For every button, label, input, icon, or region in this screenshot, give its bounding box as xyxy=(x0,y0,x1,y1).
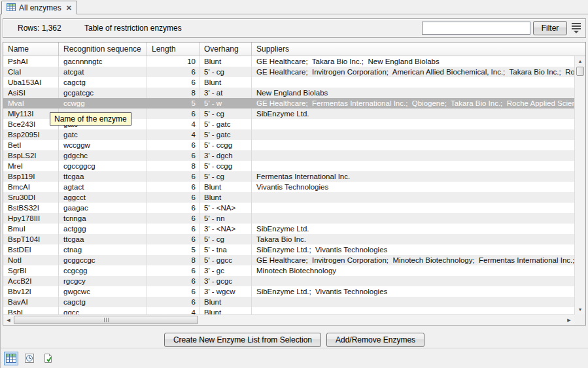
cell-seq: gcggccgc xyxy=(59,255,147,265)
cell-name: Bsp2095I xyxy=(3,129,59,140)
filter-options-icon[interactable] xyxy=(570,23,582,33)
cell-length: 6 xyxy=(147,286,199,297)
table-row[interactable]: AccB2Irgcgcy63' - gcgc xyxy=(3,276,574,286)
filter-button[interactable]: Filter xyxy=(533,21,567,35)
cell-seq: gwgcwc xyxy=(59,286,147,297)
table-row[interactable]: BspLS2Igdgchc63' - dgch xyxy=(3,150,574,161)
table-row[interactable]: BetIwccggw65' - ccgg xyxy=(3,140,574,150)
table-row[interactable]: Bsp119Ittcgaa65' - cgFermentas Internati… xyxy=(3,171,574,182)
table-row[interactable]: ClaIatcgat65' - cgGE Healthcare; Invitro… xyxy=(3,67,574,77)
table-row[interactable]: BmcAIagtact6BluntVivantis Technologies xyxy=(3,182,574,192)
table-row[interactable]: BavAIcagctg6Blunt xyxy=(3,297,574,307)
cell-name: BspT104I xyxy=(3,234,59,244)
cell-length: 4 xyxy=(147,307,199,314)
cell-name: SgrBI xyxy=(3,265,59,276)
cell-suppliers: Vivantis Technologies xyxy=(252,182,574,192)
rows-count-label: Rows: 1,362 xyxy=(18,24,61,33)
create-enzyme-list-button[interactable]: Create New Enzyme List from Selection xyxy=(164,333,321,347)
table-row[interactable]: Hpy178IIItcnnga65' - nn xyxy=(3,213,574,224)
cell-length: 6 xyxy=(147,265,199,276)
scroll-up-icon[interactable]: ▲ xyxy=(576,56,585,66)
column-header-name[interactable]: Name xyxy=(3,42,59,56)
cell-suppliers xyxy=(252,276,574,286)
cell-name: PshAI xyxy=(3,56,59,67)
filter-search-input[interactable] xyxy=(422,22,530,35)
add-remove-enzymes-button[interactable]: Add/Remove Enzymes xyxy=(326,333,424,347)
table-row[interactable]: Bbv12Igwgcwc63' - wgcwSibEnzyme Ltd.; Vi… xyxy=(3,286,574,297)
cell-seq: gacnnnngtc xyxy=(59,56,147,67)
cell-seq: ttcgaa xyxy=(59,171,147,182)
cell-suppliers xyxy=(252,150,574,161)
cell-overhang: 3' - at xyxy=(199,88,252,98)
cell-seq: cagctg xyxy=(59,297,147,307)
cell-suppliers: Takara Bio Inc. xyxy=(252,234,574,244)
scroll-down-icon[interactable]: ▼ xyxy=(576,305,585,314)
table-row[interactable]: BstBS32Igaagac65' - <NA> xyxy=(3,203,574,213)
horizontal-scrollbar[interactable]: ◀ ▶ xyxy=(3,314,574,325)
cell-suppliers: GE Healthcare; Invitrogen Corporation; A… xyxy=(252,67,574,77)
scroll-right-icon[interactable]: ▶ xyxy=(564,316,574,324)
table-view-icon[interactable] xyxy=(4,352,18,365)
cell-seq: gdgchc xyxy=(59,150,147,161)
column-header-length[interactable]: Length xyxy=(147,42,199,56)
table-row[interactable]: Bsp2095Igatc45' - gatc xyxy=(3,129,574,140)
cell-length: 8 xyxy=(147,255,199,265)
tab-close-icon[interactable]: ✕ xyxy=(66,4,72,12)
vertical-scroll-thumb[interactable] xyxy=(576,67,584,76)
cell-overhang: 3' - wgcw xyxy=(199,286,252,297)
cell-length: 4 xyxy=(147,129,199,140)
scroll-left-icon[interactable]: ◀ xyxy=(4,316,13,324)
table-row[interactable]: MvaIccwgg55' - wGE Healthcare; Fermentas… xyxy=(3,98,574,109)
cell-suppliers: SibEnzyme Ltd.; Vivantis Technologies xyxy=(252,244,574,255)
column-header-suppliers[interactable]: Suppliers xyxy=(252,42,574,56)
cell-name: Uba153AI xyxy=(3,77,59,88)
cell-name: MvaI xyxy=(3,98,59,109)
table-row[interactable]: BmuIactggg63' - <NA>SibEnzyme Ltd. xyxy=(3,224,574,234)
cell-overhang: Blunt xyxy=(199,56,252,67)
cell-seq: atcgat xyxy=(59,67,147,77)
vertical-scrollbar[interactable]: ▲ ▼ xyxy=(574,56,585,314)
table-row[interactable]: SgrBIccgcgg63' - gcMinotech Biotechnolog… xyxy=(3,265,574,276)
cell-suppliers xyxy=(252,161,574,171)
table-row[interactable]: Sru30DIaggcct6Blunt xyxy=(3,192,574,203)
cell-name: Hpy178III xyxy=(3,213,59,224)
cell-suppliers xyxy=(252,77,574,88)
element-info-view-icon[interactable] xyxy=(41,352,55,365)
cell-length: 8 xyxy=(147,161,199,171)
cell-name: BsbI xyxy=(3,307,59,314)
cell-length: 6 xyxy=(147,67,199,77)
table-row[interactable]: Uba153AIcagctg6Blunt xyxy=(3,77,574,88)
cell-length: 8 xyxy=(147,88,199,98)
cell-overhang: 3' - <NA> xyxy=(199,224,252,234)
table-row[interactable]: BsbIggcc4Blunt xyxy=(3,307,574,314)
cell-overhang: 3' - gcgc xyxy=(199,276,252,286)
table-row[interactable]: BstDEIctnag55' - tnaSibEnzyme Ltd.; Viva… xyxy=(3,244,574,255)
table-row[interactable]: NotIgcggccgc85' - ggccGE Healthcare; Inv… xyxy=(3,255,574,265)
enzyme-table-window: All enzymes ✕ Rows: 1,362 Table of restr… xyxy=(0,0,588,368)
cell-overhang: 5' - cg xyxy=(199,67,252,77)
cell-name: BmcAI xyxy=(3,182,59,192)
table-header: Name Recognition sequence Length Overhan… xyxy=(3,42,585,56)
action-button-row: Create New Enzyme List from Selection Ad… xyxy=(1,333,588,347)
cell-name: ClaI xyxy=(3,67,59,77)
tab-all-enzymes[interactable]: All enzymes ✕ xyxy=(1,1,77,14)
history-view-icon[interactable] xyxy=(22,352,37,365)
content-panel: Rows: 1,362 Table of restriction enzymes… xyxy=(0,14,588,368)
table-row[interactable]: MreIcgccggcg85' - ccgg xyxy=(3,161,574,171)
cell-seq: aggcct xyxy=(59,192,147,203)
cell-seq: wccggw xyxy=(59,140,147,150)
cell-seq: gaagac xyxy=(59,203,147,213)
column-header-overhang[interactable]: Overhang xyxy=(199,42,252,56)
cell-suppliers: GE Healthcare; Takara Bio Inc.; New Engl… xyxy=(252,56,574,67)
table-row[interactable]: AsiSIgcgatcgc83' - atNew England Biolabs xyxy=(3,88,574,98)
cell-seq: ctnag xyxy=(59,244,147,255)
column-header-recognition-sequence[interactable]: Recognition sequence xyxy=(59,42,147,56)
cell-suppliers xyxy=(252,307,574,314)
table-row[interactable]: BspT104Ittcgaa65' - cgTakara Bio Inc. xyxy=(3,234,574,244)
horizontal-scroll-thumb[interactable] xyxy=(14,316,198,324)
cell-suppliers xyxy=(252,129,574,140)
cell-length: 6 xyxy=(147,224,199,234)
cell-overhang: 5' - gatc xyxy=(199,129,252,140)
cell-suppliers xyxy=(252,213,574,224)
table-row[interactable]: PshAIgacnnnngtc10BluntGE Healthcare; Tak… xyxy=(3,56,574,67)
